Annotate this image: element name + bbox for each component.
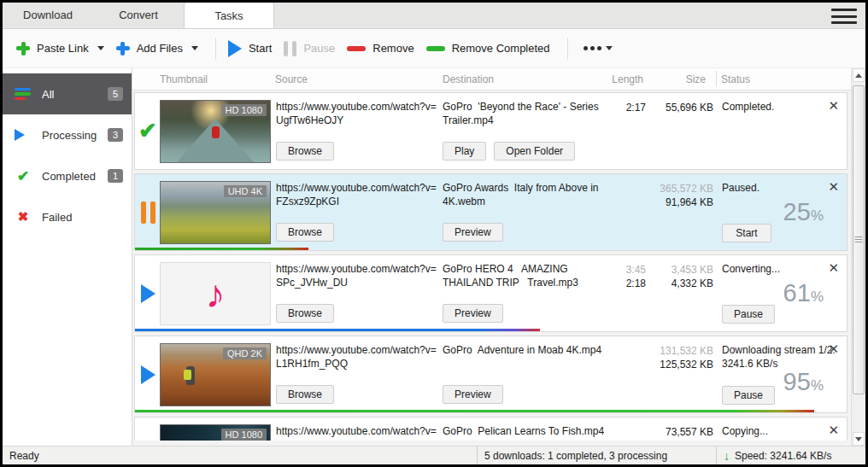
plus-icon [16,42,30,55]
size-done: 4,332 KB [650,277,713,290]
grip-icon [855,236,863,243]
toolbar-separator [567,38,568,60]
source-url: https://www.youtube.com/watch?v=L1RH1fm_… [276,344,440,371]
arrow-up-icon [855,73,862,78]
pause-task-button[interactable]: Pause [722,305,775,324]
menu-icon[interactable] [831,9,857,24]
quality-badge: HD 1080 [221,104,267,116]
table-header: Thumbnail Source Destination Length Size… [132,68,851,90]
scrollbar-thumb[interactable] [853,85,865,394]
play-icon [141,365,155,384]
row-state [137,255,159,331]
preview-button[interactable]: Preview [443,304,503,323]
size-done: 91,964 KB [650,196,713,209]
size-done: 125,532 KB [650,358,713,371]
sidebar-item-completed[interactable]: ✔ Completed 1 [3,155,132,196]
sidebar-item-failed[interactable]: ✖ Failed [3,196,132,237]
quality-badge: UHD 4K [224,185,267,197]
size-total: 365,572 KB [650,182,713,196]
table-row[interactable]: ✔ HD 1080 https://www.youtube.com/watch?… [134,92,847,170]
remove-completed-label: Remove Completed [452,42,550,55]
header-thumbnail[interactable]: Thumbnail [160,73,208,85]
preview-button[interactable]: Preview [443,385,503,404]
remove-completed-icon [426,46,445,51]
source-url: https://www.youtube.com/watch?v=UgfTw6He… [276,101,440,127]
header-status[interactable]: Status [721,73,750,85]
sidebar-item-label: Completed [42,170,108,183]
table-row[interactable]: ♪ https://www.youtube.com/watch?v=SPc_JV… [134,254,847,332]
browse-button[interactable]: Browse [276,304,334,323]
failed-icon: ✖ [15,209,32,225]
paste-link-button[interactable]: Paste Link [16,42,104,55]
tab-convert[interactable]: Convert [93,2,184,28]
chevron-down-icon [606,46,613,50]
header-separator [716,71,717,87]
audio-thumbnail: ♪ [160,262,271,325]
vertical-scrollbar[interactable] [851,68,865,446]
close-icon[interactable]: ✕ [824,340,842,359]
header-length[interactable]: Length [577,73,643,85]
video-thumbnail: UHD 4K [160,181,271,244]
progress-percent: 95% [783,366,824,399]
close-icon[interactable]: ✕ [824,259,842,277]
chevron-down-icon[interactable] [97,46,104,50]
header-source[interactable]: Source [275,73,308,85]
close-icon[interactable]: ✕ [824,96,842,115]
status-ready: Ready [3,450,477,462]
browse-button[interactable]: Browse [276,385,334,404]
app-window: Download Convert Tasks Paste Link Add Fi… [0,0,868,467]
remove-label: Remove [372,42,413,55]
pause-task-button[interactable]: Pause [722,386,775,405]
status-speed: ↓ Speed: 3241.64 KB/s [716,447,865,464]
preview-button[interactable]: Preview [443,223,503,242]
close-icon[interactable]: ✕ [824,421,842,440]
scroll-down-button[interactable] [853,432,865,446]
pause-icon [141,201,155,224]
status-downloads: 5 downloads: 1 completed, 3 processing [477,447,716,464]
table-row[interactable]: HD 1080 https://www.youtube.com/watch?v=… [134,417,847,441]
browse-button[interactable]: Browse [276,223,334,242]
play-button[interactable]: Play [443,142,486,161]
pause-icon [284,41,296,56]
toolbar: Paste Link Add Files Start Pause Remove … [3,29,865,68]
pause-label: Pause [303,42,335,55]
row-state [137,336,159,412]
progress-percent: 61% [783,277,824,310]
quality-badge: QHD 2K [223,347,267,359]
table-row[interactable]: UHD 4K https://www.youtube.com/watch?v=F… [134,173,847,251]
chevron-down-icon[interactable] [191,46,198,50]
main-area: All 5 Processing 3 ✔ Completed 1 ✖ Faile… [3,68,865,446]
scroll-up-button[interactable] [853,68,865,82]
count-badge: 1 [108,169,123,183]
progress-bar [134,248,308,251]
add-files-button[interactable]: Add Files [116,42,198,55]
count-badge: 3 [108,128,123,142]
header-destination[interactable]: Destination [443,73,494,85]
open-folder-button[interactable]: Open Folder [494,142,575,161]
tab-tasks[interactable]: Tasks [184,2,274,28]
close-icon[interactable]: ✕ [824,178,842,196]
remove-button[interactable]: Remove [347,42,413,55]
sidebar-item-processing[interactable]: Processing 3 [3,114,132,155]
paste-link-label: Paste Link [37,42,89,55]
start-task-button[interactable]: Start [722,224,771,242]
tab-download-label: Download [23,9,73,21]
row-state [137,174,159,250]
table-row[interactable]: QHD 2K https://www.youtube.com/watch?v=L… [134,336,847,413]
sidebar: All 5 Processing 3 ✔ Completed 1 ✖ Faile… [3,68,132,446]
tab-tasks-label: Tasks [214,9,243,22]
video-thumbnail: QHD 2K [160,343,271,406]
toolbar-separator [215,38,216,60]
start-button[interactable]: Start [228,40,272,57]
sidebar-item-all[interactable]: All 5 [3,73,132,114]
browse-button[interactable]: Browse [276,142,334,161]
header-size[interactable]: Size [648,73,706,85]
play-icon [141,284,155,303]
size-total: 131,532 KB [650,344,713,358]
more-options-button[interactable] [584,46,613,50]
remove-completed-button[interactable]: Remove Completed [426,42,550,55]
pause-button[interactable]: Pause [284,41,335,56]
length-value: 2:17 [579,101,646,114]
tab-download[interactable]: Download [3,2,93,28]
count-badge: 5 [108,87,123,101]
